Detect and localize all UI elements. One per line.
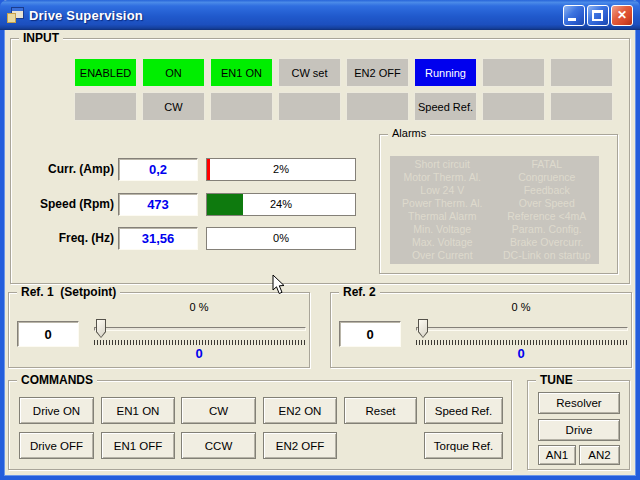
alarm-item: Over Current [390, 249, 495, 262]
alarm-item: Param. Config. [495, 223, 600, 236]
freq-value: 31,56 [118, 227, 198, 250]
current-label: Curr. (Amp) [19, 158, 114, 181]
status-cell-on: ON [142, 58, 205, 87]
status-cell-empty-8 [550, 92, 613, 121]
resolver-button[interactable]: Resolver [538, 392, 620, 414]
alarm-item: Feedback [495, 184, 600, 197]
commands-groupbox: COMMANDS Drive ON EN1 ON CW EN2 ON Reset… [8, 380, 512, 470]
ref1-groupbox: Ref. 1 (Setpoint) 0 % 0 [8, 292, 310, 368]
alarm-item: Reference <4mA [495, 210, 600, 223]
status-cell-empty-7 [482, 92, 545, 121]
alarm-item: Low 24 V [390, 184, 495, 197]
status-cell-en1-on: EN1 ON [210, 58, 273, 87]
status-cell-empty-3 [74, 92, 137, 121]
speed-label: Speed (Rpm) [19, 193, 114, 216]
status-cell-running: Running [414, 58, 477, 87]
current-percent: 2% [207, 159, 355, 180]
alarm-item: Over Speed [495, 197, 600, 210]
tune-groupbox: TUNE Resolver Drive AN1 AN2 [527, 380, 630, 470]
status-cell-cw-set: CW set [278, 58, 341, 87]
an2-button[interactable]: AN2 [579, 445, 620, 465]
ref1-slider-thumb[interactable] [96, 319, 106, 338]
torque-ref-button[interactable]: Torque Ref. [424, 432, 503, 459]
app-icon [7, 7, 24, 23]
alarm-item: Motor Therm. Al. [390, 171, 495, 184]
alarm-item: Power Therm. Al. [390, 197, 495, 210]
ref2-slider-thumb-face [419, 320, 427, 337]
input-groupbox: INPUT ENABLED ON EN1 ON CW set EN2 OFF R… [10, 38, 630, 284]
ref1-group-label: Ref. 1 (Setpoint) [17, 285, 120, 299]
alarms-groupbox: Alarms Short circuit Motor Therm. Al. Lo… [379, 134, 618, 274]
ref1-slider-thumb-face [97, 320, 105, 337]
alarm-item: DC-Link on startup [495, 249, 600, 262]
alarm-item: Short circuit [390, 158, 495, 171]
ref1-percent-label: 0 % [94, 301, 304, 313]
titlebar[interactable]: Drive Supervision ✕ [0, 0, 640, 30]
status-cell-empty-6 [346, 92, 409, 121]
alarms-panel: Short circuit Motor Therm. Al. Low 24 V … [390, 156, 599, 264]
freq-percent: 0% [207, 228, 355, 249]
speed-percent: 24% [207, 194, 355, 215]
alarms-right-column: FATAL Congruence Feedback Over Speed Ref… [495, 156, 600, 264]
ref2-value-label: 0 [416, 346, 626, 361]
ccw-button[interactable]: CCW [181, 432, 256, 459]
freq-progressbar: 0% [206, 227, 356, 250]
current-progressbar: 2% [206, 158, 356, 181]
close-button[interactable]: ✕ [611, 5, 633, 26]
status-cell-empty-1 [482, 58, 545, 87]
status-cell-enabled: ENABLED [74, 58, 137, 87]
status-cell-empty-5 [278, 92, 341, 121]
ref2-groupbox: Ref. 2 0 % 0 [330, 292, 632, 368]
ref2-slider-track[interactable] [416, 327, 628, 331]
alarm-item: Max. Voltage [390, 236, 495, 249]
speed-value: 473 [118, 193, 198, 216]
status-cell-empty-2 [550, 58, 613, 87]
en2-off-button[interactable]: EN2 OFF [263, 432, 337, 459]
ref1-slider-track[interactable] [94, 327, 306, 331]
alarm-item: Min. Voltage [390, 223, 495, 236]
close-icon: ✕ [612, 8, 632, 22]
reset-button[interactable]: Reset [344, 397, 417, 424]
freq-label: Freq. (Hz) [19, 227, 114, 250]
drive-on-button[interactable]: Drive ON [19, 397, 94, 424]
cw-button[interactable]: CW [181, 397, 256, 424]
ref1-value-label: 0 [94, 346, 304, 361]
ref2-slider-thumb[interactable] [418, 319, 428, 338]
minimize-button[interactable] [563, 5, 585, 26]
commands-group-label: COMMANDS [17, 373, 97, 387]
an1-button[interactable]: AN1 [538, 445, 576, 465]
maximize-button[interactable] [587, 5, 609, 26]
drive-tune-button[interactable]: Drive [538, 419, 620, 441]
speed-ref-button[interactable]: Speed Ref. [424, 397, 503, 424]
input-group-label: INPUT [19, 31, 63, 45]
drive-supervision-window: Drive Supervision ✕ INPUT ENABLED ON EN1… [0, 0, 640, 480]
alarm-item: Thermal Alarm [390, 210, 495, 223]
alarm-item: Brake Overcurr. [495, 236, 600, 249]
tune-group-label: TUNE [536, 373, 577, 387]
drive-off-button[interactable]: Drive OFF [19, 432, 94, 459]
status-cell-en2-off: EN2 OFF [346, 58, 409, 87]
alarms-left-column: Short circuit Motor Therm. Al. Low 24 V … [390, 156, 495, 264]
alarm-item: Congruence [495, 171, 600, 184]
speed-progressbar: 24% [206, 193, 356, 216]
ref2-slider-ticks [416, 340, 628, 345]
current-value: 0,2 [118, 158, 198, 181]
window-title: Drive Supervision [29, 8, 143, 23]
maximize-icon [592, 10, 603, 21]
en2-on-button[interactable]: EN2 ON [263, 397, 337, 424]
status-cell-empty-4 [210, 92, 273, 121]
alarms-group-label: Alarms [388, 127, 430, 139]
ref2-setpoint-input[interactable] [339, 321, 401, 347]
minimize-icon [568, 18, 576, 21]
status-cell-speed-ref: Speed Ref. [414, 92, 477, 121]
en1-on-button[interactable]: EN1 ON [101, 397, 175, 424]
ref2-group-label: Ref. 2 [339, 285, 380, 299]
ref2-percent-label: 0 % [416, 301, 626, 313]
ref1-slider-ticks [94, 340, 306, 345]
alarm-item: FATAL [495, 158, 600, 171]
status-cell-cw: CW [142, 92, 205, 121]
ref1-setpoint-input[interactable] [17, 321, 79, 347]
en1-off-button[interactable]: EN1 OFF [101, 432, 175, 459]
